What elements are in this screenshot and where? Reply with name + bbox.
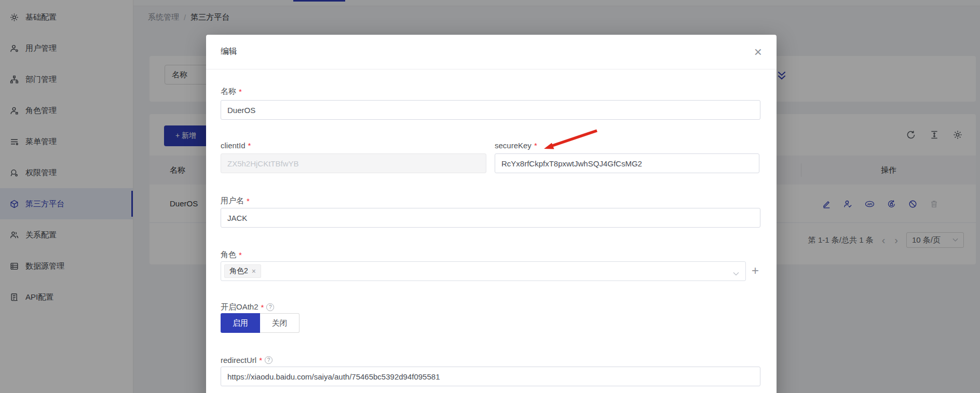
role-tag: 角色2 × <box>224 264 261 278</box>
required-asterisk: * <box>259 356 262 364</box>
required-asterisk: * <box>247 197 250 205</box>
app-window: 基础配置 用户管理 部门管理 角色管理 菜单管理 权限管理 <box>0 0 980 393</box>
required-asterisk: * <box>248 141 251 150</box>
client-id-label: clientId* <box>221 141 251 150</box>
redirect-url-input[interactable] <box>221 367 760 386</box>
edit-dialog: 编辑 × 名称* clientId* secureKey* 用户名* 角色* <box>206 35 777 393</box>
client-id-input <box>221 153 486 173</box>
dialog-header: 编辑 × <box>206 35 777 69</box>
required-asterisk: * <box>239 250 242 259</box>
role-label: 角色* <box>221 250 242 260</box>
help-question-icon[interactable]: ? <box>265 356 273 364</box>
close-icon[interactable]: × <box>752 43 764 61</box>
redirect-url-label: redirectUrl* ? <box>221 356 273 364</box>
secure-key-input[interactable] <box>495 153 759 173</box>
username-label: 用户名* <box>221 196 250 206</box>
dialog-title: 编辑 <box>221 46 237 57</box>
username-input[interactable] <box>221 208 760 228</box>
name-input[interactable] <box>221 100 760 120</box>
secure-key-label: secureKey* <box>495 141 537 150</box>
required-asterisk: * <box>239 87 242 96</box>
oauth-disable-button[interactable]: 关闭 <box>260 313 300 333</box>
role-tag-label: 角色2 <box>229 266 248 276</box>
help-question-icon[interactable]: ? <box>266 303 274 311</box>
required-asterisk: * <box>534 141 537 150</box>
add-role-button[interactable]: + <box>752 264 759 277</box>
oauth-toggle: 启用 关闭 <box>221 313 300 333</box>
name-field-label: 名称* <box>221 87 242 96</box>
chevron-down-icon <box>733 269 739 278</box>
oauth-enable-button[interactable]: 启用 <box>221 313 260 333</box>
annotation-arrow <box>538 127 603 153</box>
remove-tag-icon[interactable]: × <box>252 267 256 275</box>
oauth-label: 开启OAth2* ? <box>221 302 274 312</box>
required-asterisk: * <box>261 303 264 312</box>
role-select[interactable]: 角色2 × <box>221 261 746 281</box>
